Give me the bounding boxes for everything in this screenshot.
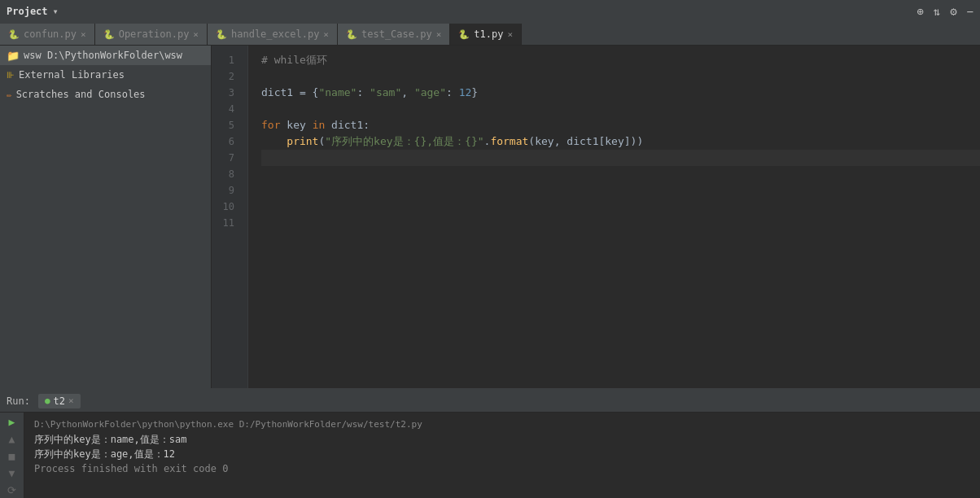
run-stop-button[interactable]: ■ bbox=[3, 450, 21, 462]
sidebar-item-external-libraries[interactable]: ⊪ External Libraries bbox=[0, 65, 211, 85]
run-play-button[interactable]: ▶ bbox=[3, 416, 21, 428]
py-icon: 🐍 bbox=[8, 29, 20, 40]
run-output-line1: 序列中的key是：name,值是：sam bbox=[34, 432, 970, 447]
run-label: Run: bbox=[7, 395, 30, 407]
code-line-4 bbox=[261, 101, 980, 117]
run-panel: Run: ● t2 × ▶ ▲ ■ ▼ ⟳ D:\PythonWorkFolde… bbox=[0, 388, 980, 498]
run-content: ▶ ▲ ■ ▼ ⟳ D:\PythonWorkFolder\python\pyt… bbox=[0, 413, 980, 498]
tab-bar: 🐍 confun.py × 🐍 Operation.py × 🐍 handle_… bbox=[0, 23, 980, 46]
tab-close-handle-excel[interactable]: × bbox=[323, 29, 329, 40]
py-icon: 🐍 bbox=[458, 29, 470, 40]
folder-icon: 📁 bbox=[7, 50, 20, 62]
code-line-5: for key in dict1: bbox=[261, 117, 980, 133]
tab-close-t1[interactable]: × bbox=[507, 29, 513, 40]
code-line-7 bbox=[261, 150, 980, 166]
py-icon: 🐍 bbox=[216, 29, 227, 40]
sidebar-item-scratches[interactable]: ✏ Scratches and Consoles bbox=[0, 85, 211, 104]
project-label: Project bbox=[7, 6, 48, 17]
tab-close-confun[interactable]: × bbox=[81, 29, 86, 40]
main-content: 📁 wsw D:\PythonWorkFolder\wsw ⊪ External… bbox=[0, 46, 980, 388]
run-tab-icon: ● bbox=[45, 395, 50, 406]
sidebar-item-wsw[interactable]: 📁 wsw D:\PythonWorkFolder\wsw bbox=[0, 46, 211, 65]
title-bar: Project ▾ ⊕ ⇅ ⚙ − bbox=[0, 0, 980, 23]
code-line-3: dict1 = {"name": "sam", "age": 12} bbox=[261, 85, 980, 101]
run-tab-t2[interactable]: ● t2 × bbox=[38, 394, 81, 408]
sidebar-scratch-label: Scratches and Consoles bbox=[16, 89, 146, 100]
minimize-icon[interactable]: − bbox=[967, 5, 973, 18]
tab-confun[interactable]: 🐍 confun.py × bbox=[0, 24, 95, 45]
run-tab-label: t2 bbox=[54, 395, 65, 407]
code-line-1: # while循环 bbox=[261, 52, 980, 68]
code-line-9 bbox=[261, 182, 980, 199]
scratch-icon: ✏ bbox=[7, 90, 12, 100]
code-line-6: print("序列中的key是：{},值是：{}".format(key, di… bbox=[261, 133, 980, 150]
code-line-11 bbox=[261, 215, 980, 231]
split-icon[interactable]: ⇅ bbox=[934, 5, 940, 18]
settings-icon[interactable]: ⚙ bbox=[950, 5, 956, 18]
sidebar: 📁 wsw D:\PythonWorkFolder\wsw ⊪ External… bbox=[0, 46, 212, 388]
line-numbers: 1 2 3 4 5 6 7 8 9 10 11 bbox=[212, 46, 248, 388]
run-finish-line: Process finished with exit code 0 bbox=[34, 461, 970, 476]
tab-handle-excel[interactable]: 🐍 handle_excel.py × bbox=[208, 24, 338, 45]
code-line-8 bbox=[261, 166, 980, 182]
project-chevron[interactable]: ▾ bbox=[53, 6, 59, 17]
run-output-line2: 序列中的key是：age,值是：12 bbox=[34, 447, 970, 461]
sidebar-ext-lib-label: External Libraries bbox=[19, 69, 125, 81]
tab-label-t1: t1.py bbox=[474, 28, 503, 40]
run-tab-bar: Run: ● t2 × bbox=[0, 390, 980, 413]
title-bar-left: Project ▾ bbox=[7, 6, 59, 17]
run-cmd-line: D:\PythonWorkFolder\python\python.exe D:… bbox=[34, 417, 970, 432]
run-sidebar: ▶ ▲ ■ ▼ ⟳ bbox=[0, 413, 24, 498]
tab-close-operation[interactable]: × bbox=[193, 29, 199, 40]
run-down-button[interactable]: ▼ bbox=[3, 467, 21, 479]
code-content[interactable]: # while循环 dict1 = {"name": "sam", "age":… bbox=[248, 46, 980, 388]
tab-t1[interactable]: 🐍 t1.py × bbox=[450, 24, 522, 45]
code-line-10 bbox=[261, 199, 980, 215]
title-bar-right: ⊕ ⇅ ⚙ − bbox=[917, 5, 973, 18]
layout-icon[interactable]: ⊕ bbox=[917, 5, 923, 18]
tab-label-test-case: test_Case.py bbox=[361, 28, 432, 40]
py-icon: 🐍 bbox=[103, 29, 115, 40]
py-icon: 🐍 bbox=[346, 29, 357, 40]
run-up-button[interactable]: ▲ bbox=[3, 433, 21, 445]
tab-operation[interactable]: 🐍 Operation.py × bbox=[95, 24, 208, 45]
tab-label-confun: confun.py bbox=[24, 28, 77, 40]
tab-close-test-case[interactable]: × bbox=[436, 29, 442, 40]
ext-lib-icon: ⊪ bbox=[7, 70, 15, 81]
run-tab-close[interactable]: × bbox=[68, 395, 74, 406]
sidebar-wsw-label: wsw D:\PythonWorkFolder\wsw bbox=[24, 50, 182, 61]
tab-label-operation: Operation.py bbox=[119, 28, 190, 40]
code-line-2 bbox=[261, 68, 980, 85]
code-editor[interactable]: 1 2 3 4 5 6 7 8 9 10 11 # while循环 dict1 … bbox=[212, 46, 980, 388]
editor-area: 1 2 3 4 5 6 7 8 9 10 11 # while循环 dict1 … bbox=[212, 46, 980, 388]
tab-test-case[interactable]: 🐍 test_Case.py × bbox=[338, 24, 450, 45]
run-rerun-button[interactable]: ⟳ bbox=[3, 484, 21, 496]
run-output: D:\PythonWorkFolder\python\python.exe D:… bbox=[24, 413, 980, 498]
tab-label-handle-excel: handle_excel.py bbox=[231, 28, 319, 40]
